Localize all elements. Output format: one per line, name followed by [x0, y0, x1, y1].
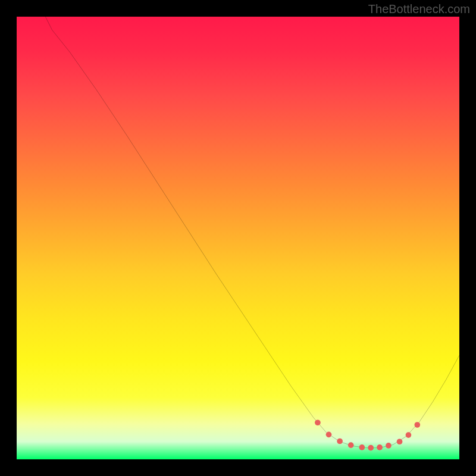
watermark-text: TheBottleneck.com	[368, 2, 470, 16]
data-marker	[359, 444, 365, 450]
chart-svg	[17, 17, 459, 459]
data-marker	[348, 442, 354, 448]
data-marker	[377, 444, 383, 450]
data-marker	[406, 432, 412, 438]
data-marker	[386, 443, 392, 449]
data-marker	[326, 432, 332, 438]
data-marker	[368, 445, 374, 451]
data-marker	[414, 422, 420, 428]
data-marker	[337, 439, 343, 444]
plot-area	[17, 17, 459, 459]
bottleneck-curve	[45, 17, 459, 448]
data-marker	[315, 419, 321, 425]
data-markers	[315, 419, 420, 450]
data-marker	[397, 439, 403, 444]
